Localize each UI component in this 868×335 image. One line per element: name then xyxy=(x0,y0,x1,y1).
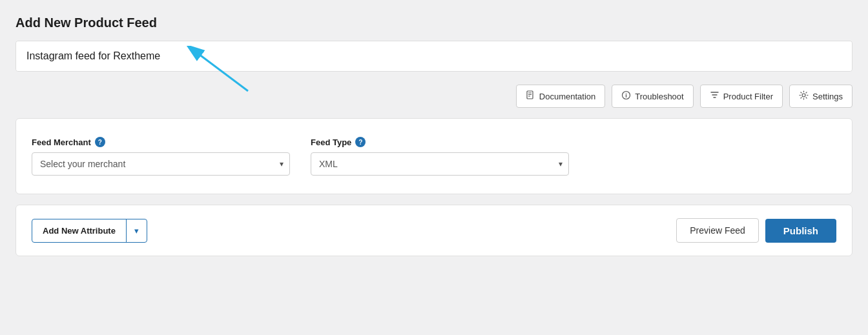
feed-merchant-label: Feed Merchant ? xyxy=(32,137,290,147)
settings-button[interactable]: Settings xyxy=(789,85,852,108)
product-filter-label: Product Filter xyxy=(723,92,773,101)
troubleshoot-button[interactable]: i Troubleshoot xyxy=(612,85,693,108)
feed-type-select-wrapper: XML CSV TSV TXT ▾ xyxy=(311,152,569,176)
settings-label: Settings xyxy=(812,92,843,101)
feed-merchant-group: Feed Merchant ? Select your merchant ▾ xyxy=(32,137,290,176)
svg-point-7 xyxy=(802,94,805,97)
fields-row: Feed Merchant ? Select your merchant ▾ F… xyxy=(32,137,836,176)
feed-merchant-select-wrapper: Select your merchant ▾ xyxy=(32,152,290,176)
svg-text:i: i xyxy=(626,92,628,99)
preview-feed-button[interactable]: Preview Feed xyxy=(676,218,759,243)
info-icon: i xyxy=(621,90,631,102)
gear-icon xyxy=(799,90,809,102)
toolbar: Documentation i Troubleshoot Product Fil… xyxy=(16,85,852,108)
troubleshoot-label: Troubleshoot xyxy=(635,92,683,101)
doc-icon xyxy=(526,90,535,102)
documentation-button[interactable]: Documentation xyxy=(516,85,605,108)
add-attribute-label: Add New Attribute xyxy=(32,219,127,242)
publish-button[interactable]: Publish xyxy=(765,219,836,243)
feed-merchant-help-icon[interactable]: ? xyxy=(95,137,105,147)
documentation-label: Documentation xyxy=(539,92,595,101)
page-title: Add New Product Feed xyxy=(16,15,852,30)
feed-config-card: Feed Merchant ? Select your merchant ▾ F… xyxy=(16,118,852,194)
feed-title-input-wrap xyxy=(16,41,852,72)
add-attribute-button[interactable]: Add New Attribute ▾ xyxy=(32,219,147,243)
feed-merchant-select[interactable]: Select your merchant xyxy=(32,152,290,176)
feed-type-select[interactable]: XML CSV TSV TXT xyxy=(311,152,569,176)
product-filter-button[interactable]: Product Filter xyxy=(700,85,783,108)
action-right: Preview Feed Publish xyxy=(676,218,836,243)
feed-type-help-icon[interactable]: ? xyxy=(355,137,366,147)
feed-title-input[interactable] xyxy=(16,41,852,71)
add-attribute-chevron-icon[interactable]: ▾ xyxy=(127,219,147,242)
filter-icon xyxy=(710,90,719,102)
action-bar: Add New Attribute ▾ Preview Feed Publish xyxy=(16,205,852,256)
feed-type-group: Feed Type ? XML CSV TSV TXT ▾ xyxy=(311,137,569,176)
feed-type-label: Feed Type ? xyxy=(311,137,569,147)
